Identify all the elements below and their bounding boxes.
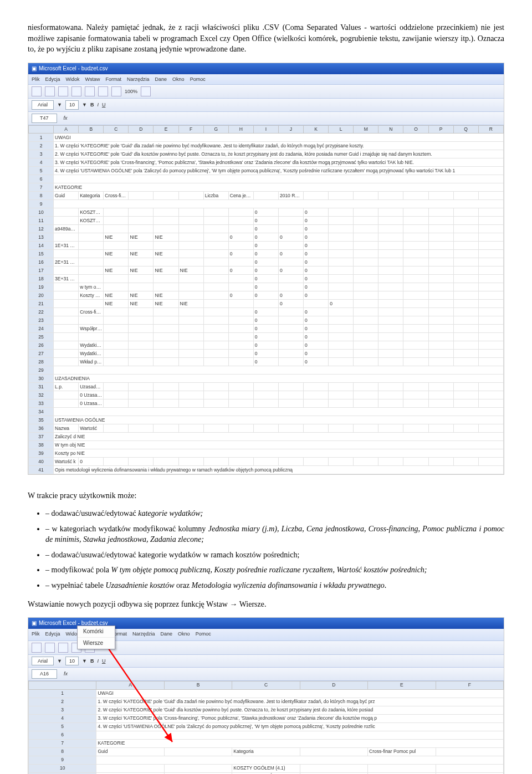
cell[interactable] bbox=[478, 208, 503, 217]
cell[interactable]: w tym objęte pomocą publiczną bbox=[79, 283, 104, 291]
cell[interactable]: 0 bbox=[253, 258, 278, 266]
cell[interactable] bbox=[228, 341, 253, 350]
tool-icon[interactable] bbox=[45, 643, 55, 653]
cell[interactable] bbox=[403, 275, 428, 283]
cell[interactable] bbox=[403, 291, 428, 300]
cell[interactable] bbox=[403, 225, 428, 233]
cell[interactable] bbox=[154, 242, 178, 250]
cell[interactable] bbox=[154, 458, 178, 466]
font-name[interactable]: Arial bbox=[32, 100, 54, 110]
cell[interactable] bbox=[354, 300, 378, 308]
cell[interactable] bbox=[104, 399, 129, 408]
cell[interactable] bbox=[129, 391, 154, 399]
dropdown-item-rows[interactable]: Wiersze bbox=[78, 638, 115, 649]
insert-dropdown[interactable]: Komórki Wiersze bbox=[77, 626, 115, 649]
row-number[interactable]: 29 bbox=[29, 366, 54, 375]
menu-item[interactable]: Narzędzia bbox=[127, 76, 150, 83]
cell[interactable] bbox=[79, 300, 104, 308]
cell[interactable] bbox=[453, 358, 478, 366]
cell[interactable] bbox=[104, 458, 129, 466]
cell[interactable] bbox=[129, 358, 154, 366]
cell[interactable]: 0 bbox=[253, 333, 278, 341]
cell[interactable] bbox=[378, 275, 403, 283]
cell[interactable] bbox=[329, 341, 354, 350]
row-number[interactable]: 33 bbox=[29, 399, 54, 408]
cell[interactable]: 0 bbox=[304, 225, 329, 233]
cell[interactable]: 0 bbox=[304, 291, 329, 300]
spreadsheet-grid-1[interactable]: ABCDEFGHIJKLMNOPQR1UWAGI21. W części 'KA… bbox=[28, 125, 504, 475]
cell[interactable] bbox=[178, 275, 203, 283]
cell[interactable]: 0 bbox=[253, 308, 278, 316]
row-number[interactable]: 20 bbox=[29, 291, 54, 300]
cell[interactable] bbox=[478, 266, 503, 275]
cell[interactable] bbox=[79, 225, 104, 233]
cell[interactable] bbox=[253, 399, 278, 408]
row-number[interactable]: 27 bbox=[29, 350, 54, 358]
cell[interactable] bbox=[403, 258, 428, 266]
cell[interactable] bbox=[478, 316, 503, 325]
cell[interactable] bbox=[428, 325, 453, 333]
cell[interactable] bbox=[129, 350, 154, 358]
cell[interactable] bbox=[378, 225, 403, 233]
cell[interactable] bbox=[478, 350, 503, 358]
cell[interactable] bbox=[178, 283, 203, 291]
cell[interactable] bbox=[178, 341, 203, 350]
cell[interactable] bbox=[104, 217, 129, 225]
cell[interactable] bbox=[203, 233, 228, 242]
cell[interactable] bbox=[203, 275, 228, 283]
menu-item[interactable]: Edycja bbox=[45, 76, 60, 83]
cell[interactable]: Koszty po NIE bbox=[54, 449, 504, 458]
cell[interactable] bbox=[478, 358, 503, 366]
cell[interactable] bbox=[354, 333, 378, 341]
cell[interactable] bbox=[104, 275, 129, 283]
cell[interactable] bbox=[278, 383, 303, 391]
cell[interactable] bbox=[253, 458, 278, 466]
tool-icon[interactable] bbox=[98, 86, 108, 96]
cell[interactable] bbox=[453, 225, 478, 233]
cell[interactable] bbox=[329, 358, 354, 366]
cell[interactable] bbox=[129, 333, 154, 341]
cell[interactable] bbox=[354, 358, 378, 366]
cell[interactable] bbox=[478, 300, 503, 308]
cell[interactable]: Liczba bbox=[203, 192, 228, 200]
cell[interactable] bbox=[453, 391, 478, 399]
cell[interactable] bbox=[354, 275, 378, 283]
cell[interactable]: NIE bbox=[129, 266, 154, 275]
cell[interactable] bbox=[304, 391, 329, 399]
row-number[interactable]: 17 bbox=[29, 266, 54, 275]
cell[interactable] bbox=[478, 424, 503, 433]
cell[interactable]: 0 bbox=[278, 233, 303, 242]
cell[interactable]: USTAWIENIA OGÓLNE bbox=[54, 416, 504, 424]
cell[interactable] bbox=[203, 225, 228, 233]
cell[interactable] bbox=[300, 764, 367, 772]
cell[interactable] bbox=[403, 250, 428, 258]
cell[interactable] bbox=[428, 399, 453, 408]
cell[interactable]: Cena jedn Łącznie bbox=[228, 192, 253, 200]
cell[interactable] bbox=[329, 283, 354, 291]
cell[interactable] bbox=[304, 192, 329, 200]
column-header[interactable]: K bbox=[304, 125, 329, 134]
cell[interactable]: 0 bbox=[253, 233, 278, 242]
cell[interactable] bbox=[228, 424, 253, 433]
cell[interactable]: Wydatki objęte pomocą pozostałą bbox=[79, 341, 104, 350]
cell[interactable] bbox=[453, 300, 478, 308]
cell[interactable] bbox=[278, 458, 303, 466]
cell[interactable] bbox=[329, 325, 354, 333]
cell[interactable] bbox=[278, 333, 303, 341]
cell[interactable] bbox=[203, 300, 228, 308]
menu-item[interactable]: Dane bbox=[155, 76, 167, 83]
menu-item[interactable]: Okno bbox=[172, 76, 185, 83]
cell[interactable] bbox=[428, 391, 453, 399]
cell[interactable] bbox=[104, 316, 129, 325]
cell[interactable] bbox=[104, 350, 129, 358]
cell[interactable]: Koszty porNIE bbox=[79, 291, 104, 300]
cell[interactable]: UZASADNIENIA bbox=[54, 375, 504, 383]
cell[interactable]: 0 bbox=[253, 283, 278, 291]
tool-icon[interactable] bbox=[71, 86, 81, 96]
cell[interactable] bbox=[54, 408, 504, 416]
cell[interactable] bbox=[478, 458, 503, 466]
cell[interactable] bbox=[278, 225, 303, 233]
cell[interactable]: 0 bbox=[228, 233, 253, 242]
cell[interactable] bbox=[428, 333, 453, 341]
tool-icon[interactable] bbox=[58, 86, 68, 96]
